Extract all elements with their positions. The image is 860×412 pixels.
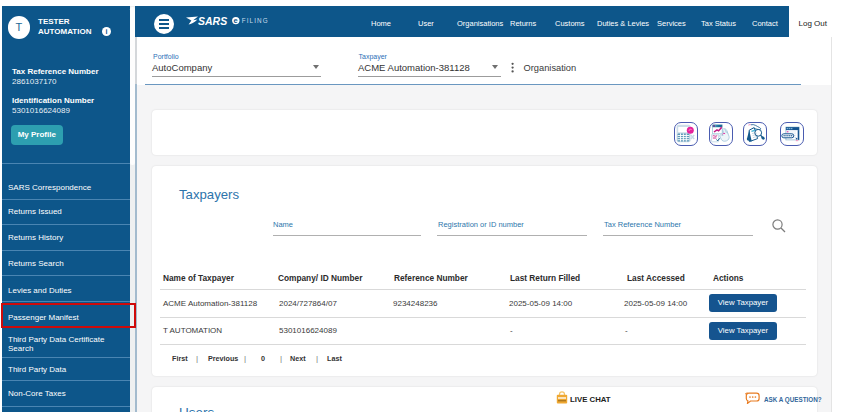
svg-text:SARS: SARS — [198, 15, 227, 27]
svg-text:e: e — [234, 16, 238, 25]
svg-text:FILING: FILING — [242, 17, 269, 24]
